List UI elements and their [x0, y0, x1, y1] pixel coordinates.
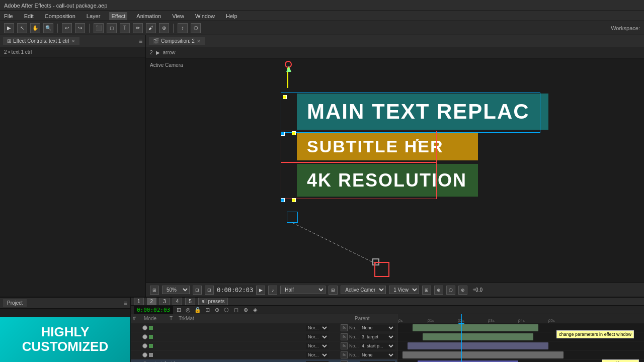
tl-btn-props[interactable]: ⊞	[175, 306, 183, 314]
toolbar-btn-new[interactable]: ▶	[4, 23, 14, 33]
layer-4-parent[interactable]: None	[360, 352, 395, 358]
layer-1-fx[interactable]: fx	[341, 324, 348, 331]
toolbar-btn-undo[interactable]: ↩	[62, 23, 72, 33]
layer-4-mode[interactable]: Nor...	[306, 352, 329, 358]
viewer-settings-btn[interactable]: ⊞	[150, 286, 159, 295]
tl-btn-keys[interactable]: ◈	[251, 306, 259, 314]
tl-btn-3d[interactable]: ◻	[232, 306, 240, 314]
layer-row-5[interactable]: 5 text 1 ctrl Nor... fx No... 3. target	[131, 359, 397, 362]
null-anchor-box[interactable]	[287, 212, 298, 223]
more-views-btn[interactable]: ⊞	[422, 286, 431, 295]
layer-3-parent[interactable]: 4. start p...	[360, 343, 395, 349]
play-btn[interactable]: ▶	[256, 286, 265, 295]
layer-5-fx[interactable]: fx	[341, 360, 348, 363]
layer-2-mode[interactable]: Nor...	[306, 334, 329, 340]
small-null-box[interactable]	[374, 262, 389, 277]
layer-row-4[interactable]: Nor... fx No... None	[131, 350, 397, 359]
panel-menu-btn[interactable]: ≡	[139, 38, 142, 45]
resolution-btn[interactable]: ⊡	[205, 286, 214, 295]
menu-file[interactable]: File	[2, 12, 15, 20]
menu-layer[interactable]: Layer	[85, 12, 103, 20]
project-header: Project ≡	[0, 298, 130, 309]
timeline-timecode[interactable]: 0:00:02:03	[134, 306, 173, 314]
motion-blur-btn[interactable]: ⊛	[458, 286, 467, 295]
comp-canvas[interactable]: Active Camera MAIN TEXT REPLAC	[146, 58, 644, 283]
menu-effect[interactable]: Effect	[109, 12, 127, 20]
toolbar-btn-shape[interactable]: ◻	[107, 23, 117, 33]
menu-window[interactable]: Window	[193, 12, 217, 20]
layer-3-fx[interactable]: fx	[341, 342, 348, 349]
preview-mode-select[interactable]: Half Full Third	[280, 286, 326, 294]
tl-btn-transfer[interactable]: ⬡	[222, 306, 230, 314]
track-bar-4[interactable]	[403, 351, 564, 358]
timeline-tab-2[interactable]: 2	[147, 298, 157, 305]
layer-4-visibility[interactable]	[142, 352, 147, 357]
ctrl-pt-bottom-l[interactable]	[281, 198, 285, 202]
menu-edit[interactable]: Edit	[22, 12, 36, 20]
grid-btn[interactable]: ⊞	[329, 286, 338, 295]
toolbar-btn-paint[interactable]: 🖌	[146, 23, 156, 33]
tl-btn-label[interactable]: ⊡	[203, 306, 211, 314]
layer-row-3[interactable]: Nor... fx No... 4. start p...	[131, 341, 397, 350]
tl-btn-lock[interactable]: 🔒	[194, 306, 202, 314]
project-menu-btn[interactable]: ≡	[124, 300, 127, 307]
toolbar-btn-hand[interactable]: ✋	[30, 23, 40, 33]
layer-2-parent[interactable]: 3. target	[360, 334, 395, 340]
layer-2-fx[interactable]: fx	[341, 333, 348, 340]
track-bar-3[interactable]	[408, 342, 548, 349]
tl-btn-switches[interactable]: ⊕	[213, 306, 221, 314]
comp-tab-close[interactable]: ✕	[197, 39, 201, 44]
zoom-select[interactable]: 50% 100% 25%	[162, 286, 190, 294]
toolbar-btn-3d[interactable]: ⬡	[191, 23, 201, 33]
view-select[interactable]: 1 View 2 Views	[389, 286, 419, 294]
tl-btn-parent[interactable]: ⊛	[242, 306, 250, 314]
layer-3-visibility[interactable]	[142, 343, 147, 348]
toolbar-btn-redo[interactable]: ↪	[75, 23, 85, 33]
toolbar-btn-arrow[interactable]: ↖	[17, 23, 27, 33]
layer-row-1[interactable]: Nor... fx No... None	[131, 323, 397, 332]
menu-view[interactable]: View	[170, 12, 186, 20]
track-row-5: reposition text 1	[397, 359, 644, 362]
cursor-indicator: ↖	[415, 136, 422, 146]
layer-1-parent[interactable]: None	[360, 325, 395, 331]
toolbar-btn-clone[interactable]: ⊕	[159, 23, 169, 33]
camera-select[interactable]: Active Camera	[341, 286, 386, 294]
layer-4-fx[interactable]: fx	[341, 351, 348, 358]
project-tab[interactable]: Project	[3, 299, 27, 307]
comp-tab[interactable]: 🎬 Composition: 2 ✕	[149, 37, 205, 45]
track-bar-1[interactable]	[413, 324, 538, 331]
anchor-circle-bottom	[372, 258, 379, 265]
layer-row-2[interactable]: Nor... fx No... 3. target	[131, 332, 397, 341]
track-bar-2[interactable]	[423, 333, 533, 340]
audio-btn[interactable]: ♪	[268, 286, 277, 295]
tl-btn-solo[interactable]: ◎	[184, 306, 192, 314]
layer-1-mode[interactable]: Nor...	[306, 325, 329, 331]
menu-animation[interactable]: Animation	[134, 12, 163, 20]
timeline-tab-3[interactable]: 3	[159, 298, 170, 305]
timeline-header: 1 2 3 4 5 all presets	[131, 298, 644, 306]
all-presets-btn[interactable]: all presets	[198, 298, 228, 305]
toolbar-btn-pen[interactable]: ✏	[133, 23, 143, 33]
effect-controls-tab[interactable]: ⊞ Effect Controls: text 1 ctrl ✕	[3, 37, 79, 45]
toolbar-btn-render[interactable]: ⬛	[94, 23, 104, 33]
layer-3-mode[interactable]: Nor...	[306, 343, 329, 349]
layer-list: # Mode T TrkMat Parent Nor... fx No...	[131, 314, 397, 362]
menu-help[interactable]: Help	[224, 12, 239, 20]
toolbar-btn-snap[interactable]: ↕	[178, 23, 188, 33]
timeline-tab-5[interactable]: 5	[185, 298, 195, 305]
fit-btn[interactable]: ⊡	[193, 286, 202, 295]
snap-btn[interactable]: ⊕	[434, 286, 443, 295]
3d-btn[interactable]: ⬡	[446, 286, 455, 295]
timeline-tab-4[interactable]: 4	[173, 298, 183, 305]
track-row-3	[397, 341, 644, 350]
menu-composition[interactable]: Composition	[43, 12, 77, 20]
effect-controls-close[interactable]: ✕	[71, 39, 75, 44]
ctrl-yellow-bottom[interactable]	[292, 198, 296, 202]
ruler-01s: 01s	[428, 318, 434, 323]
playhead[interactable]	[461, 314, 462, 362]
toolbar-btn-text[interactable]: T	[120, 23, 130, 33]
toolbar-btn-zoom[interactable]: 🔍	[43, 23, 53, 33]
layer-1-visibility[interactable]	[142, 325, 147, 330]
layer-2-visibility[interactable]	[142, 334, 147, 339]
timeline-tab-1[interactable]: 1	[134, 298, 144, 305]
